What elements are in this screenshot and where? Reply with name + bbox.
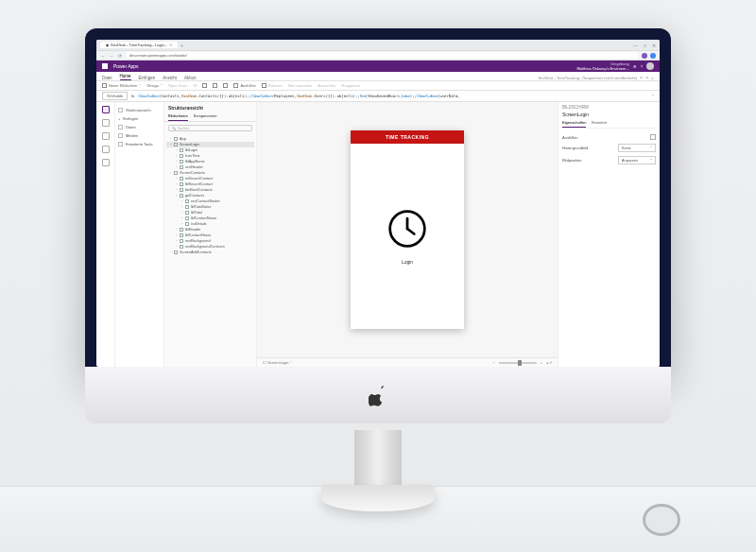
property-selector[interactable]: OnVisible xyxy=(102,92,128,100)
left-pane-media[interactable]: Medien xyxy=(118,131,161,140)
nav-back-icon[interactable]: ← xyxy=(100,53,106,59)
tab-title: SevDesk - TimeTracking - Login... xyxy=(111,43,167,47)
left-pane-tree[interactable]: Strukturansicht xyxy=(118,106,161,114)
login-label[interactable]: Login xyxy=(402,259,413,265)
prop-bgimage-dropdown[interactable]: Keine˅ xyxy=(618,144,656,152)
canvas-footer: ☐ ScreenLogin ˅ − + ↙↗ xyxy=(257,357,558,367)
settings-icon[interactable]: ⚙ xyxy=(633,64,637,69)
extension-icon[interactable] xyxy=(642,53,647,59)
left-pane-data[interactable]: Daten xyxy=(118,123,161,131)
ribbon-tabs: Datei Home Einfügen Ansicht Aktion SevDe… xyxy=(96,72,660,81)
apple-logo-icon xyxy=(369,384,387,406)
zoom-in-button[interactable]: + xyxy=(541,360,542,365)
rail-tree-icon[interactable] xyxy=(102,106,110,113)
browser-tab-strip: ◆ SevDesk - TimeTracking - Login... ✕ + … xyxy=(96,40,660,51)
window-maximize-button[interactable]: □ xyxy=(644,43,646,48)
app-launcher-icon[interactable] xyxy=(102,63,108,69)
ribbon-tab-action[interactable]: Aktion xyxy=(184,76,197,80)
app-title-bar: TIME TRACKING xyxy=(351,130,464,144)
font-dropdown[interactable]: Open Sans xyxy=(168,83,187,88)
properties-panel: BILDSCHIRM ScreenLogin Eigenschaften Erw… xyxy=(558,102,660,367)
user-avatar[interactable] xyxy=(646,62,654,70)
tree-view-title: Strukturansicht xyxy=(164,102,256,113)
product-name: Power Apps xyxy=(113,63,139,69)
canvas-stage[interactable]: TIME TRACKING Login xyxy=(257,102,558,357)
nav-forward-icon[interactable]: → xyxy=(109,53,114,59)
prop-bgpos-dropdown[interactable]: Anpassen˅ xyxy=(618,156,656,164)
tab-close-icon[interactable]: ✕ xyxy=(169,43,172,47)
prop-tab-advanced[interactable]: Erweitert xyxy=(592,120,607,128)
fill-button[interactable]: Ausfüllen xyxy=(233,83,255,88)
font-size[interactable]: 13 xyxy=(193,83,197,88)
ribbon-tab-home[interactable]: Home xyxy=(120,74,131,80)
zoom-slider[interactable] xyxy=(499,362,537,364)
tree-tab-screens[interactable]: Bildschirme xyxy=(168,113,188,121)
rail-insert-icon[interactable] xyxy=(102,119,110,127)
selected-screen-crumb[interactable]: ☐ ScreenLogin ˅ xyxy=(263,360,292,365)
tree-tab-components[interactable]: Komponenten xyxy=(194,113,217,121)
formula-input[interactable]: ClearCollect(Contacts,SevDesk.Contacts({… xyxy=(138,94,648,98)
left-pane-tools[interactable]: Erweiterte Tools xyxy=(118,140,161,148)
fx-label: fx xyxy=(131,94,134,98)
prop-fill-label: Ausfüllen xyxy=(562,135,577,140)
undo-icon[interactable]: ↶ xyxy=(640,76,643,80)
new-screen-button[interactable]: Neuer Bildschirm˅ xyxy=(102,83,141,88)
zoom-out-button[interactable]: − xyxy=(492,360,494,365)
prop-fill-swatch[interactable] xyxy=(650,134,656,140)
ribbon-tab-insert[interactable]: Einfügen xyxy=(139,76,156,80)
imac-frame: ◆ SevDesk - TimeTracking - Login... ✕ + … xyxy=(85,28,671,435)
border-button[interactable]: Rahmen xyxy=(262,83,283,88)
window-close-button[interactable]: ✕ xyxy=(652,43,656,48)
tree-list: ˅App˅ScreenLogin˅lblLogin˅IconTime˅lblAp… xyxy=(164,134,256,367)
tree-view-panel: Strukturansicht Bildschirme Komponenten … xyxy=(164,102,257,367)
left-pane: Strukturansicht +Einfügen Daten Medien E… xyxy=(115,102,164,367)
redo-icon[interactable]: ↷ xyxy=(645,76,648,80)
canvas-area: TIME TRACKING Login xyxy=(257,102,558,367)
italic-icon[interactable] xyxy=(213,83,217,88)
search-icon: 🔍 xyxy=(172,127,176,130)
browser-tab[interactable]: ◆ SevDesk - TimeTracking - Login... ✕ xyxy=(100,42,178,48)
tab-favicon: ◆ xyxy=(106,43,109,47)
help-icon[interactable]: ? xyxy=(641,64,643,69)
environment-name[interactable]: Matthias Oskamp's Environm... xyxy=(577,66,629,71)
group-button[interactable]: Gruppieren xyxy=(341,83,360,88)
desk-grommet xyxy=(643,504,680,536)
svg-line-2 xyxy=(407,229,414,234)
prop-object-name: ScreenLogin xyxy=(562,112,656,117)
rail-media-icon[interactable] xyxy=(102,146,110,153)
imac-stand xyxy=(321,430,435,515)
prop-tab-properties[interactable]: Eigenschaften xyxy=(562,120,586,128)
align-button[interactable]: Ausrichten xyxy=(318,83,335,88)
rail-tools-icon[interactable] xyxy=(102,159,110,166)
clock-icon xyxy=(387,208,428,250)
theme-button[interactable]: Design˅ xyxy=(146,83,162,88)
address-text: dev.create.powerapps.com/studio/ xyxy=(129,53,187,58)
tree-search-input[interactable]: 🔍 Suchen xyxy=(168,125,252,131)
prop-bgimage-label: Hintergrundbild xyxy=(562,146,588,150)
window-minimize-button[interactable]: — xyxy=(633,43,638,48)
screen: ◆ SevDesk - TimeTracking - Login... ✕ + … xyxy=(96,40,660,367)
bold-icon[interactable] xyxy=(202,83,207,88)
formula-bar: OnVisible fx ClearCollect(Contacts,SevDe… xyxy=(96,91,660,102)
fit-screen-button[interactable]: ↙↗ xyxy=(546,360,552,365)
nav-reload-icon[interactable]: ⟳ xyxy=(117,53,123,59)
browser-address-row: ← → ⟳ dev.create.powerapps.com/studio/ xyxy=(96,51,660,60)
left-rail xyxy=(96,102,115,367)
rail-data-icon[interactable] xyxy=(102,132,110,140)
ribbon-tab-view[interactable]: Ansicht xyxy=(163,76,177,80)
address-bar[interactable]: dev.create.powerapps.com/studio/ xyxy=(126,52,639,59)
app-preview-phone: TIME TRACKING Login xyxy=(351,130,464,329)
underline-icon[interactable] xyxy=(223,83,228,88)
preview-icon[interactable]: ▷ xyxy=(651,76,654,80)
powerapps-header: Power Apps Umgebung Matthias Oskamp's En… xyxy=(96,60,660,72)
app-breadcrumb: SevDesk - TimeTracking - Gespeichert (ni… xyxy=(539,76,637,80)
prop-category: BILDSCHIRM xyxy=(562,105,656,110)
reorder-button[interactable]: Neu anordnen xyxy=(288,83,312,88)
new-tab-button[interactable]: + xyxy=(180,43,183,48)
tree-node[interactable]: ˅ScreenAddContacts xyxy=(166,250,254,255)
left-pane-insert[interactable]: +Einfügen xyxy=(118,114,161,123)
ribbon-tab-file[interactable]: Datei xyxy=(102,76,112,80)
prop-bgpos-label: Bildposition xyxy=(562,158,581,163)
formula-expand-icon[interactable]: ˅ xyxy=(652,94,654,98)
profile-icon[interactable] xyxy=(650,53,656,59)
